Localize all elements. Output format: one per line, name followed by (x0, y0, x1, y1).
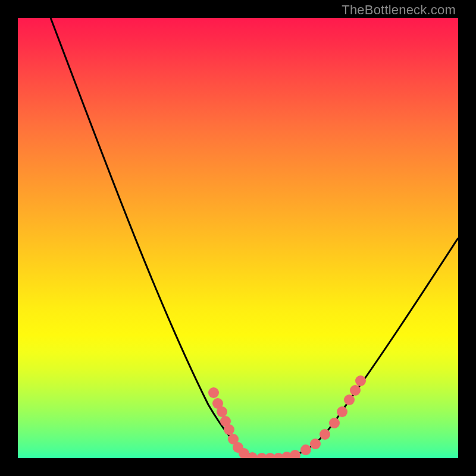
chart-frame: TheBottleneck.com (0, 0, 476, 476)
data-points (208, 375, 366, 458)
plot-area (18, 18, 458, 458)
data-point (290, 450, 300, 458)
data-point (224, 424, 234, 435)
data-point (320, 429, 330, 440)
data-point (329, 418, 340, 428)
curve-layer (18, 18, 458, 458)
watermark-text: TheBottleneck.com (342, 2, 456, 18)
data-point (310, 439, 321, 449)
data-point (208, 387, 219, 398)
data-point (337, 406, 347, 417)
data-point (344, 394, 355, 405)
bottleneck-curve (51, 18, 458, 458)
data-point (350, 385, 361, 396)
data-point (217, 406, 227, 417)
data-point (355, 375, 366, 386)
data-point (300, 444, 311, 455)
